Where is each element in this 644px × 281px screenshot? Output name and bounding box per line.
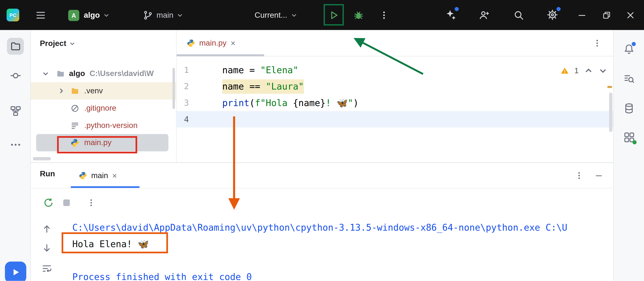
tab-close-icon[interactable]: × — [112, 172, 117, 180]
packages-notification-dot — [632, 140, 637, 144]
project-tree: algoC:\Users\david\W .venv .gitignore .p… — [31, 65, 177, 151]
line-number[interactable]: 1 — [177, 65, 189, 75]
search-icon — [514, 10, 524, 21]
tree-item-main-py[interactable]: main.py — [31, 134, 177, 151]
prev-problem-icon[interactable] — [584, 66, 593, 75]
stop-button[interactable] — [60, 197, 73, 209]
run-panel-title: Run — [40, 169, 55, 178]
more-dots-icon — [10, 139, 21, 150]
project-horizontal-scrollbar[interactable] — [33, 157, 51, 160]
python-file-icon — [187, 39, 195, 47]
find-in-files-icon — [624, 73, 635, 84]
run-configuration-selector[interactable]: Current... — [254, 7, 297, 23]
restore-window-button[interactable] — [599, 8, 614, 23]
tree-item-python-version[interactable]: .python-version — [31, 117, 177, 134]
chevron-down-icon — [69, 40, 76, 47]
sidebar-item-project[interactable] — [7, 38, 24, 55]
console-output[interactable]: C:\Users\david\AppData\Roaming\uv\python… — [72, 219, 606, 281]
more-actions-button[interactable] — [376, 8, 392, 23]
editor-options-button[interactable] — [591, 37, 603, 49]
project-vertical-scrollbar[interactable] — [172, 68, 175, 109]
warning-icon — [561, 67, 569, 75]
run-button[interactable] — [326, 8, 342, 23]
run-play-icon — [328, 10, 339, 21]
tree-item-gitignore[interactable]: .gitignore — [31, 100, 177, 117]
tree-item-algo[interactable]: algoC:\Users\david\W — [31, 65, 177, 82]
sidebar-item-commit[interactable] — [7, 67, 24, 84]
tree-item-venv[interactable]: .venv — [31, 82, 177, 100]
code-line-2[interactable]: 2 name == "Laura" — [177, 78, 614, 95]
code-line-4[interactable]: 4 — [177, 111, 614, 128]
minimize-icon — [577, 10, 587, 20]
settings-button[interactable] — [544, 7, 560, 22]
editor-tab-bar: main.py × — [177, 30, 614, 56]
sidebar-item-notifications[interactable] — [620, 41, 638, 58]
project-name: algo — [84, 11, 100, 20]
chevron-collapsed-icon[interactable] — [58, 87, 65, 95]
database-icon — [624, 103, 635, 114]
code-line-3[interactable]: 3 print(f"Hola {name}! 🦋") — [177, 95, 614, 111]
sidebar-item-python-packages[interactable] — [620, 129, 638, 146]
kebab-menu-icon — [87, 198, 96, 207]
folder-venv-icon — [70, 87, 79, 95]
console-line-stdout: Hola Elena! 🦋 — [72, 236, 606, 252]
notifications-dot — [632, 42, 636, 46]
scroll-up-icon[interactable] — [42, 224, 52, 234]
folder-icon — [10, 41, 21, 52]
inspection-widget[interactable]: 1 — [561, 66, 608, 75]
tab-close-icon[interactable]: × — [230, 39, 235, 47]
settings-notification-dot — [556, 7, 561, 11]
minimize-window-button[interactable] — [574, 8, 590, 23]
text-file-icon — [70, 121, 79, 130]
run-panel-options-button[interactable] — [573, 169, 585, 182]
close-icon — [626, 10, 636, 20]
right-tool-stripe — [613, 30, 644, 281]
sidebar-item-database[interactable] — [620, 100, 638, 117]
editor-tab-main-py[interactable]: main.py × — [177, 30, 264, 56]
pycharm-window: PC A algo main Current... — [0, 0, 644, 281]
pycharm-logo[interactable]: PC — [6, 9, 19, 21]
run-tab-main[interactable]: main × — [70, 163, 125, 188]
editor-scrollbar[interactable] — [609, 93, 612, 132]
sidebar-item-structure[interactable] — [7, 103, 24, 119]
debug-button[interactable] — [351, 8, 366, 23]
main-menu-button[interactable] — [33, 8, 48, 23]
rerun-button[interactable] — [42, 197, 55, 209]
minimize-icon — [594, 171, 603, 180]
commit-icon — [10, 70, 21, 81]
add-user-icon — [479, 10, 490, 21]
editor-area[interactable]: main.py × 1 name = "Elena" 2 name == "La… — [177, 30, 614, 162]
project-avatar: A — [68, 10, 79, 21]
next-problem-icon[interactable] — [598, 66, 608, 75]
project-panel-title: Project — [40, 39, 66, 48]
sidebar-item-more[interactable] — [7, 136, 24, 153]
python-file-icon — [70, 138, 79, 147]
scroll-down-icon[interactable] — [42, 243, 52, 253]
project-widget[interactable]: A algo — [68, 7, 110, 23]
line-number[interactable]: 2 — [177, 81, 189, 91]
code-area[interactable]: 1 name = "Elena" 2 name == "Laura" 3 pri… — [177, 62, 614, 128]
line-number[interactable]: 4 — [177, 114, 189, 124]
sidebar-item-find[interactable] — [620, 70, 638, 87]
active-run-tab-indicator — [70, 186, 140, 188]
search-everywhere-button[interactable] — [511, 8, 527, 23]
project-panel-header[interactable]: Project — [40, 39, 76, 48]
hide-run-panel-button[interactable] — [593, 169, 605, 182]
console-line-blank — [72, 252, 606, 269]
ai-assistant-button[interactable] — [443, 7, 458, 22]
warning-stripe-mark[interactable] — [608, 86, 612, 88]
warning-count: 1 — [574, 66, 579, 75]
vcs-branch-widget[interactable]: main — [143, 7, 183, 23]
chevron-expanded-icon[interactable] — [42, 70, 49, 77]
restore-icon — [602, 11, 611, 20]
close-window-button[interactable] — [623, 8, 638, 23]
warning-highlight: name == "Laura" — [222, 79, 304, 94]
line-number[interactable]: 3 — [177, 98, 189, 108]
rerun-icon — [43, 197, 54, 208]
stop-icon — [62, 199, 70, 207]
console-more-button[interactable] — [85, 197, 98, 209]
floating-run-button[interactable] — [5, 261, 26, 281]
code-with-me-button[interactable] — [476, 8, 492, 23]
soft-wrap-icon[interactable] — [42, 263, 52, 274]
code-line-1[interactable]: 1 name = "Elena" — [177, 62, 614, 78]
